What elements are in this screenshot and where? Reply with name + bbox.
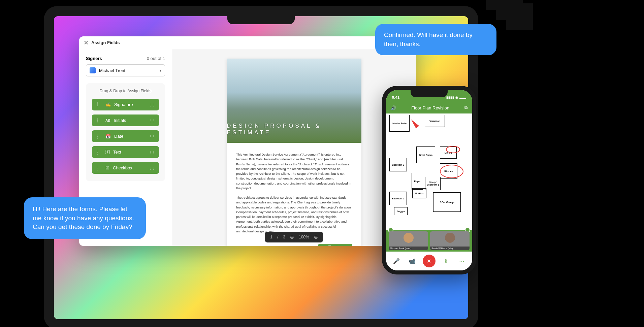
drag-handle-icon	[149, 165, 155, 170]
document-paragraph: The Architect agrees to deliver services…	[236, 195, 352, 234]
room-label: Loggia	[397, 210, 405, 212]
drag-handle-icon	[96, 103, 99, 106]
status-time: 9:41	[392, 95, 399, 99]
avatar	[90, 67, 96, 73]
participant-video	[445, 233, 455, 243]
call-participants: Michael Trent (Host) Sarah Williams (Me)	[386, 230, 472, 252]
floorplan-shared-content[interactable]: Master Suite Verandah Great Room Dining …	[386, 113, 472, 230]
annotation-arrow	[410, 118, 419, 129]
calendar-icon: 📅	[105, 134, 111, 139]
field-checkbox[interactable]: ☑ Checkbox	[92, 162, 159, 174]
drag-handle-icon	[149, 102, 155, 107]
volume-icon[interactable]: 🔊	[391, 105, 396, 110]
drag-handle-icon	[149, 118, 155, 123]
chat-bubble-reply: Confirmed. Will have it done by then, th…	[375, 24, 496, 55]
initials-icon: AB	[105, 119, 110, 122]
fields-panel: Drag & Drop to Assign Fields ✍ Signature…	[86, 83, 165, 181]
battery-icon: ▬▬	[459, 96, 466, 99]
fields-panel-title: Drag & Drop to Assign Fields	[92, 89, 159, 93]
app-header: ✕ Assign Fields Back	[79, 36, 416, 49]
placeholder-signature[interactable]: Signature	[318, 244, 352, 246]
annotation-circle	[446, 146, 460, 153]
zoom-level: 100%	[299, 235, 309, 239]
mic-icon[interactable]: 🎤	[391, 256, 402, 266]
zoom-toolbar: 1 / 3 ⊖ 100% ⊕	[265, 232, 323, 242]
more-icon[interactable]: ⋯	[456, 256, 467, 266]
document-page: DESIGN PROPOSAL & ESTIMATE This Architec…	[227, 59, 361, 246]
drag-handle-icon	[96, 151, 99, 154]
room-label: Bedroom 2	[392, 197, 405, 200]
document-field-placeholders: Signature Date	[227, 244, 361, 246]
field-label: Checkbox	[113, 165, 132, 170]
document-hero-title: DESIGN PROPOSAL & ESTIMATE	[227, 123, 361, 136]
drag-handle-icon	[149, 150, 155, 155]
zoom-out-icon[interactable]: ⊖	[290, 234, 294, 240]
signers-label: Signers	[86, 56, 102, 61]
end-call-button[interactable]: ✕	[423, 255, 436, 267]
page-separator: /	[277, 235, 278, 239]
page-total: 3	[283, 235, 285, 239]
wifi-icon: ◉	[455, 96, 458, 99]
signature-icon: ✍	[105, 102, 111, 107]
call-title: Floor Plan Revision	[411, 105, 449, 110]
camera-icon[interactable]: 📹	[407, 256, 418, 266]
field-date[interactable]: 📅 Date	[92, 130, 159, 142]
field-label: Initials	[114, 118, 126, 123]
signal-icon: ▮▮▮▮	[446, 96, 454, 99]
room-label: Portico	[415, 192, 423, 195]
chevron-down-icon: ▾	[160, 69, 161, 72]
room-label: 2 Car Garage	[440, 201, 454, 203]
chat-bubble-send: Hi! Here are the forms. Please let me kn…	[24, 197, 146, 239]
room-label: Foyer	[414, 180, 420, 183]
ipad-notch	[227, 16, 295, 24]
room-label: Bedroom 3	[392, 164, 405, 166]
call-controls: 🎤 📹 ✕ ⇪ ⋯	[386, 252, 472, 270]
signers-header: Signers 0 out of 1	[86, 56, 165, 61]
document-paragraph: This Architectural Design Service Agreem…	[236, 152, 352, 191]
share-screen-icon[interactable]: ⇪	[441, 256, 451, 266]
signer-name: Michael Trent	[99, 68, 160, 73]
annotation-circle	[440, 165, 463, 178]
field-signature[interactable]: ✍ Signature	[92, 99, 159, 110]
participant-video	[404, 233, 414, 243]
page-current: 1	[270, 235, 272, 239]
iphone-device-frame: 9:41 ▮▮▮▮ ◉ ▬▬ 🔊 Floor Plan Revision ⧉ M…	[382, 86, 476, 274]
iphone-notch	[411, 90, 448, 97]
call-header: 🔊 Floor Plan Revision ⧉	[386, 103, 472, 113]
field-label: Signature	[114, 102, 133, 107]
drag-handle-icon	[96, 135, 99, 138]
field-label: Date	[114, 134, 123, 139]
zoom-in-icon[interactable]: ⊕	[314, 234, 318, 240]
field-initials[interactable]: AB Initials	[92, 115, 159, 126]
participant-tile[interactable]: Michael Trent (Host)	[389, 231, 428, 250]
participant-name: Michael Trent (Host)	[389, 247, 428, 250]
field-label: Text	[113, 150, 121, 155]
participant-name: Sarah Williams (Me)	[430, 247, 470, 250]
status-indicators: ▮▮▮▮ ◉ ▬▬	[446, 96, 466, 99]
close-icon[interactable]: ✕	[83, 40, 89, 45]
signer-dropdown[interactable]: Michael Trent ▾	[86, 64, 165, 76]
document-body: This Architectural Design Service Agreem…	[227, 143, 361, 244]
room-label: Study/ Bedroom 1	[425, 181, 440, 186]
window-title: Assign Fields	[91, 40, 120, 45]
room-label: Master Suite	[392, 122, 407, 125]
text-icon: 🇹	[105, 150, 110, 155]
room-label: Great Room	[419, 154, 432, 156]
drag-handle-icon	[96, 119, 99, 122]
document-area[interactable]: DESIGN PROPOSAL & ESTIMATE This Architec…	[172, 49, 416, 246]
drag-handle-icon	[149, 134, 155, 139]
checkbox-icon: ☑	[105, 165, 109, 170]
iphone-screen: 9:41 ▮▮▮▮ ◉ ▬▬ 🔊 Floor Plan Revision ⧉ M…	[386, 90, 472, 270]
participant-tile[interactable]: Sarah Williams (Me)	[430, 231, 470, 250]
signers-count: 0 out of 1	[147, 56, 165, 61]
pip-icon[interactable]: ⧉	[464, 105, 468, 110]
document-hero-image: DESIGN PROPOSAL & ESTIMATE	[227, 59, 361, 143]
drag-handle-icon	[96, 166, 99, 170]
room-label: Verandah	[429, 120, 440, 122]
field-text[interactable]: 🇹 Text	[92, 146, 159, 158]
